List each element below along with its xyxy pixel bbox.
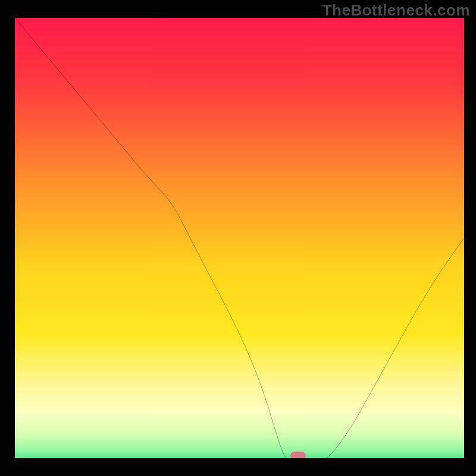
bottleneck-curve <box>15 18 464 458</box>
watermark-text: TheBottleneck.com <box>322 1 470 20</box>
optimal-point-marker <box>290 452 306 458</box>
chart-frame: TheBottleneck.com <box>0 0 476 476</box>
plot-area <box>15 18 464 458</box>
